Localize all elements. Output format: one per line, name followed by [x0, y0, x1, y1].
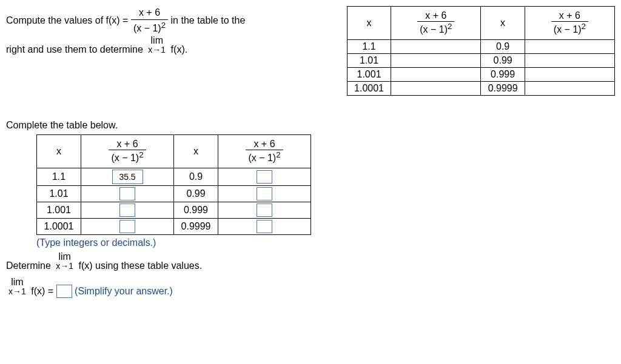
ans-header-f1: x + 6 (x − 1)2 [81, 135, 174, 168]
function-fraction: x + 6 (x − 1)2 [131, 6, 168, 36]
limit-expression-3: lim x→1 [8, 277, 26, 296]
answer-input-r2[interactable] [257, 204, 272, 217]
fx-text: f(x). [171, 44, 188, 55]
lim-eq-text: f(x) = [31, 286, 56, 296]
answer-input-l3[interactable] [119, 220, 135, 233]
determine-text: Determine [6, 260, 53, 271]
top-header-x1: x [347, 7, 391, 40]
answer-input-l2[interactable] [119, 204, 135, 217]
line2-text: right and use them to determine [6, 44, 146, 55]
ans-header-x2: x [174, 135, 218, 168]
ans-header-f2: x + 6 (x − 1)2 [218, 135, 311, 168]
intro-text-1: Compute the values of f(x) = [6, 15, 131, 25]
ans-header-x1: x [37, 135, 81, 168]
type-note: (Type integers or decimals.) [36, 237, 615, 248]
limit-expression: lim x→1 [148, 36, 166, 54]
answer-input-l1[interactable] [119, 187, 135, 200]
problem-statement: Compute the values of f(x) = x + 6 (x − … [6, 6, 335, 96]
limit-answer-input[interactable] [56, 285, 72, 298]
using-text: f(x) using these table values. [79, 260, 203, 271]
simplify-note: (Simplify your answer.) [75, 286, 173, 296]
answer-input-r1[interactable] [257, 187, 272, 200]
top-data-table: x x + 6 (x − 1)2 x x + 6 (x − 1)2 1.10.9… [347, 6, 615, 96]
top-header-f1: x + 6 (x − 1)2 [391, 7, 481, 40]
top-cell: 1.1 [347, 40, 391, 54]
answer-input-r3[interactable] [257, 220, 272, 233]
top-header-x2: x [481, 7, 525, 40]
complete-table-heading: Complete the table below. [6, 120, 615, 131]
answer-input-r0[interactable] [257, 170, 272, 184]
top-header-f2: x + 6 (x − 1)2 [525, 7, 614, 40]
answer-table: x x + 6 (x − 1)2 x x + 6 (x − 1)2 1.1 0.… [36, 134, 311, 235]
answer-input-l0[interactable] [112, 170, 143, 184]
intro-text-2: in the table to the [171, 15, 246, 25]
limit-expression-2: lim x→1 [56, 252, 73, 270]
